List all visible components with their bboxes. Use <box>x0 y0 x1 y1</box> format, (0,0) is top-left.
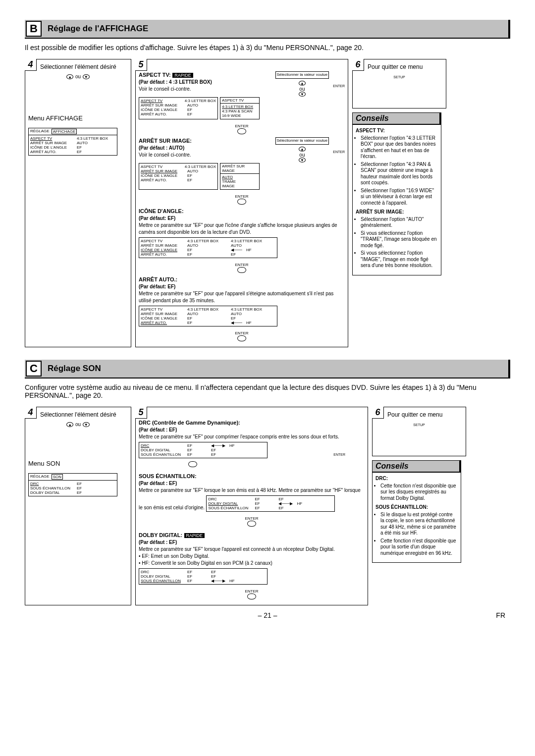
enter-icon <box>237 199 246 205</box>
c-step6-num: 6 <box>372 407 384 419</box>
r: EF <box>187 316 227 321</box>
section-b-title: Réglage de l'AFFICHAGE <box>43 24 148 34</box>
li: Sélectionner l'option "4:3 PAN & SCAN" p… <box>361 162 438 186</box>
r: ICÔNE DE L'ANGLE <box>30 145 73 150</box>
r: ASPECT TV <box>141 239 183 243</box>
icone-default: (Par défaut: EF) <box>139 216 175 221</box>
enter-icon <box>247 594 256 599</box>
c-aspect-h: ASPECT TV: <box>356 128 385 133</box>
enter-icon <box>188 461 197 467</box>
enter-col: ENTER <box>333 137 345 193</box>
r: DRC <box>208 497 251 501</box>
arretimg-hint: Voir le conseil ci-contre. <box>139 152 191 158</box>
l: ENTER <box>235 124 248 128</box>
li: Sélectionner l'option "4:3 LETTER BOX" p… <box>361 135 438 160</box>
r: AUTO <box>187 103 198 108</box>
drc-hint: Mettre ce paramètre sur "EF" pour compri… <box>139 434 339 439</box>
li: Si vous sélectionnez l'option "TRAME", l… <box>361 230 438 249</box>
r: IMAGE <box>222 184 258 188</box>
b-step6-num: 6 <box>352 59 364 71</box>
r: EF <box>255 501 274 506</box>
r: EF <box>187 173 192 178</box>
r: ARRÊT SUR IMAGE <box>141 103 183 108</box>
r: EF <box>77 486 82 490</box>
enter-row: ENTER <box>139 194 345 206</box>
c-drc-h: DRC: <box>375 476 388 481</box>
ou-text: ou <box>75 74 81 79</box>
enter-icon <box>237 267 246 273</box>
arretauto-default: (Par défaut: EF) <box>139 284 175 289</box>
r: AUTO <box>187 169 198 173</box>
r: ARRÊT SUR IMAGE <box>141 312 183 316</box>
arretimg-menu1: ASPECT TV4:3 LETTER BOX ARRÊT SUR IMAGEA… <box>139 163 218 190</box>
l: ENTER <box>333 453 345 456</box>
r: ICÔNE DE L'ANGLE <box>141 248 183 252</box>
r: 4:3 LETTER BOX <box>185 164 216 169</box>
r: DOLBY DIGITAL <box>208 501 251 506</box>
drc-menu: DRCEF◀───▶ HF DOLBY DIGITALEFEF SOUS ÉCH… <box>139 442 268 458</box>
c-step4: 4 Sélectionner l'élément désiré ▲ ou ▼ M… <box>25 407 131 605</box>
rapide-badge: RAPIDE <box>184 533 205 538</box>
r: EF <box>187 570 207 574</box>
r: 4:3 LETTER BOX <box>231 239 262 243</box>
r: DRC <box>30 482 73 486</box>
r: 4:3 PAN & SCAN <box>222 109 258 113</box>
r: ARRÊT AUTO. <box>141 178 183 182</box>
r: 4:3 LETTER BOX <box>231 307 262 312</box>
c-step6: 6 Pour quitter ce menu SETUP <box>372 407 466 456</box>
up-icon: ▲ <box>66 74 73 79</box>
l: ENTER <box>245 589 258 594</box>
r: 4:3 LETTER BOX <box>187 307 227 312</box>
conseils-title: Conseils <box>353 113 441 125</box>
r: ARRÊT AUTO. <box>30 150 73 154</box>
r: ASPECT TV <box>141 99 181 103</box>
r: ARRÊT AUTO. <box>141 321 183 325</box>
rapide-badge: RAPIDE <box>172 73 193 78</box>
menu-son-label: Menu SON <box>28 460 128 467</box>
r: TRAME <box>222 179 258 184</box>
enter-row <box>188 464 197 468</box>
enter-row: ENTER <box>139 124 345 135</box>
r: AUTO <box>222 175 258 179</box>
r: DOLBY DIGITAL <box>141 448 183 452</box>
page-number: – 21 – <box>50 611 485 619</box>
r: ARRÊT SUR IMAGE <box>141 243 183 248</box>
sous-block: SOUS ÉCHANTILLON: (Par défaut : EF) Mett… <box>139 473 365 528</box>
r: SOUS ÉCHANTILLON <box>141 452 183 457</box>
enter-icon <box>237 335 246 341</box>
li: Si le disque lu est protégé contre la co… <box>380 512 458 537</box>
menu-affichage: RÉGLAGE AFFICHAGE ASPECT TV4:3 LETTER BO… <box>28 128 117 156</box>
l: ENTER <box>235 331 248 335</box>
select-col: Sélectionner la valeur voulue ▲ ou ▼ <box>275 137 329 193</box>
r: ICÔNE DE L'ANGLE <box>141 173 183 178</box>
r: EF <box>231 252 236 257</box>
r: EF <box>187 178 192 182</box>
li: Cette fonction n'est disponible que sur … <box>380 483 458 502</box>
arretimg-block: ARRÊT SUR IMAGE: (Par défaut : AUTO) Voi… <box>139 137 345 206</box>
r: 4:3 LETTER BOX <box>222 105 258 109</box>
up-icon: ▲ <box>299 147 306 152</box>
r: ARRÊT AUTO. <box>141 252 183 257</box>
select-text: Sélectionner la valeur voulue <box>275 137 329 145</box>
b-step6-header: Pour quitter ce menu <box>368 62 443 70</box>
r: HF <box>297 501 302 506</box>
lang-code: FR <box>485 611 505 619</box>
dolby-b1: • EF: Emet un son Dolby Digital. <box>139 553 209 559</box>
arretimg-default: (Par défaut : AUTO) <box>139 145 184 151</box>
r: EF <box>211 448 216 452</box>
b-right-col: 6 Pour quitter ce menu SETUP Conseils AS… <box>352 59 446 347</box>
icone-block: ICÔNE D'ANGLE: (Par défaut: EF) Mettre c… <box>139 208 345 274</box>
r: EF <box>278 506 283 510</box>
dolby-block: DOLBY DIGITAL: RAPIDE (Par défaut : EF) … <box>139 532 365 600</box>
r: DRC <box>141 570 183 574</box>
section-b-flow: 4 Sélectionner l'élément désiré ▲ ou ▼ M… <box>25 59 510 347</box>
section-b-intro: Il est possible de modifier les options … <box>25 44 510 52</box>
menu-affichage-label: Menu AFFICHAGE <box>28 114 128 122</box>
setup-label: SETUP <box>356 75 443 79</box>
b-step6: 6 Pour quitter ce menu SETUP <box>352 59 446 108</box>
aspect-default: (Par défaut : 4 :3 LETTER BOX) <box>139 79 212 85</box>
r: EF <box>77 145 82 150</box>
aspect-label: ASPECT TV: <box>139 72 171 78</box>
sous-label: SOUS ÉCHANTILLON: <box>139 473 197 479</box>
r: EF <box>187 252 227 257</box>
